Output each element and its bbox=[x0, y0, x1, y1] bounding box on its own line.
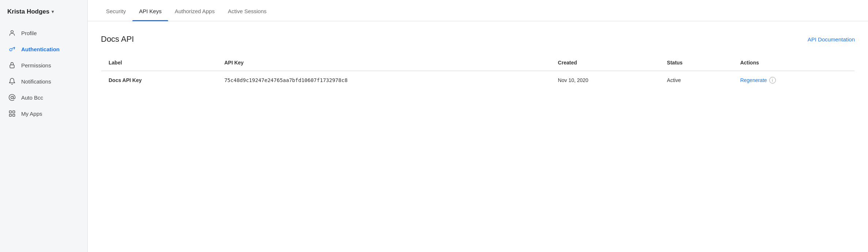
col-header-label: Label bbox=[101, 55, 217, 71]
cell-actions: Regenerate i bbox=[733, 71, 854, 90]
table-row: Docs API Key 75c48d9c19247e24765aa7bfd10… bbox=[101, 71, 855, 90]
sidebar-item-label: Profile bbox=[21, 30, 37, 36]
sidebar-item-notifications[interactable]: Notifications bbox=[0, 73, 87, 89]
cell-label: Docs API Key bbox=[101, 71, 217, 90]
tab-authorized-apps[interactable]: Authorized Apps bbox=[168, 0, 221, 21]
svg-rect-4 bbox=[10, 111, 12, 113]
col-header-api-key: API Key bbox=[217, 55, 550, 71]
cell-api-key: 75c48d9c19247e24765aa7bfd10607f1732978c8 bbox=[217, 71, 550, 90]
sidebar-item-label: Auto Bcc bbox=[21, 94, 43, 101]
person-icon bbox=[8, 29, 16, 37]
content-area: Docs API API Documentation Label API Key… bbox=[88, 21, 868, 252]
svg-rect-7 bbox=[13, 114, 15, 116]
sidebar-nav: Profile Authentication Permissions bbox=[0, 22, 87, 125]
api-keys-table: Label API Key Created Status Actions Doc… bbox=[101, 54, 855, 90]
key-icon bbox=[8, 45, 16, 53]
tab-security[interactable]: Security bbox=[99, 0, 132, 21]
svg-point-1 bbox=[10, 48, 12, 51]
chevron-down-icon: ▾ bbox=[52, 9, 54, 14]
sidebar-item-label: Permissions bbox=[21, 62, 51, 68]
sidebar-item-my-apps[interactable]: My Apps bbox=[0, 105, 87, 122]
sidebar-item-profile[interactable]: Profile bbox=[0, 25, 87, 41]
sidebar-item-label: Notifications bbox=[21, 78, 51, 85]
sidebar-item-auto-bcc[interactable]: Auto Bcc bbox=[0, 89, 87, 105]
sidebar-item-label: Authentication bbox=[21, 46, 60, 52]
mail-icon bbox=[8, 93, 16, 101]
svg-point-3 bbox=[11, 96, 14, 99]
grid-icon bbox=[8, 110, 16, 118]
info-icon[interactable]: i bbox=[769, 77, 776, 84]
sidebar-item-label: My Apps bbox=[21, 111, 42, 117]
svg-rect-6 bbox=[10, 114, 12, 116]
user-menu[interactable]: Krista Hodges ▾ bbox=[0, 0, 87, 22]
cell-status: Active bbox=[660, 71, 733, 90]
tabs-bar: Security API Keys Authorized Apps Active… bbox=[88, 0, 868, 21]
regenerate-link[interactable]: Regenerate bbox=[740, 77, 767, 83]
cell-created: Nov 10, 2020 bbox=[551, 71, 660, 90]
col-header-actions: Actions bbox=[733, 55, 854, 71]
col-header-status: Status bbox=[660, 55, 733, 71]
actions-cell: Regenerate i bbox=[740, 77, 847, 84]
tab-api-keys[interactable]: API Keys bbox=[132, 0, 168, 21]
bell-icon bbox=[8, 77, 16, 85]
user-name: Krista Hodges bbox=[7, 8, 49, 15]
svg-rect-2 bbox=[10, 65, 14, 68]
sidebar: Krista Hodges ▾ Profile Authentication bbox=[0, 0, 88, 252]
sidebar-item-authentication[interactable]: Authentication bbox=[0, 41, 87, 57]
api-documentation-link[interactable]: API Documentation bbox=[808, 36, 855, 42]
svg-rect-5 bbox=[13, 111, 15, 113]
tab-active-sessions[interactable]: Active Sessions bbox=[221, 0, 273, 21]
main-content: Security API Keys Authorized Apps Active… bbox=[88, 0, 868, 252]
content-header: Docs API API Documentation bbox=[101, 34, 855, 44]
sidebar-item-permissions[interactable]: Permissions bbox=[0, 57, 87, 73]
svg-point-0 bbox=[11, 30, 14, 33]
lock-icon bbox=[8, 61, 16, 69]
table-header-row: Label API Key Created Status Actions bbox=[101, 55, 855, 71]
col-header-created: Created bbox=[551, 55, 660, 71]
page-title: Docs API bbox=[101, 34, 134, 44]
